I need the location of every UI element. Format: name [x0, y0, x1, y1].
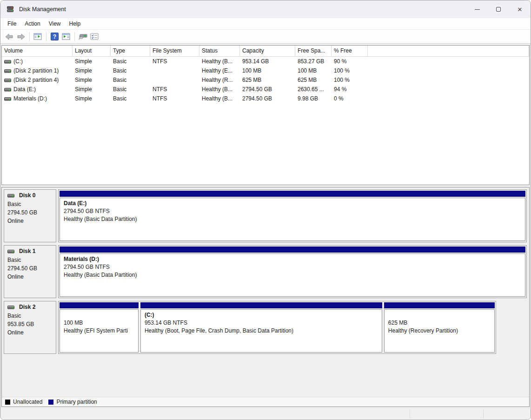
partition-health: Healthy (EFI System Parti: [64, 327, 134, 335]
disk-band: 100 MB Healthy (EFI System Parti (C:) 95…: [58, 301, 496, 354]
help-button[interactable]: ?: [49, 31, 60, 42]
column-header[interactable]: % Free: [332, 46, 368, 56]
forward-button[interactable]: [15, 31, 27, 42]
partition-segment[interactable]: Materials (D:) 2794.50 GB NTFS Healthy (…: [60, 247, 525, 297]
minimize-button[interactable]: [466, 0, 488, 18]
volume-list-header: VolumeLayoutTypeFile SystemStatusCapacit…: [2, 46, 529, 57]
partition-segment[interactable]: 100 MB Healthy (EFI System Parti: [60, 302, 139, 353]
maximize-button[interactable]: [488, 0, 509, 18]
volume-filesystem: NTFS: [153, 58, 167, 65]
graphical-view-pane: Disk 0 Basic 2794.50 GB Online Data (E:)…: [1, 187, 530, 407]
svg-text:?: ?: [53, 33, 56, 40]
partition-health: Healthy (Boot, Page File, Crash Dump, Ba…: [145, 327, 378, 335]
disk-type: Basic: [7, 200, 54, 208]
volume-layout: Simple: [75, 95, 92, 102]
volume-drive-icon: [4, 69, 11, 73]
partition-box[interactable]: (C:) 953.14 GB NTFS Healthy (Boot, Page …: [140, 309, 382, 353]
close-button[interactable]: ✕: [509, 0, 531, 18]
volume-free-space: 853.27 GB: [298, 58, 324, 65]
volume-free-space: 625 MB: [298, 77, 317, 83]
checklist-button[interactable]: [89, 31, 100, 42]
menu-item-file[interactable]: File: [3, 19, 20, 28]
column-header[interactable]: Capacity: [240, 46, 295, 56]
disk-info-panel[interactable]: Disk 0 Basic 2794.50 GB Online: [4, 189, 56, 242]
disk-band-area: Data (E:) 2794.50 GB NTFS Healthy (Basic…: [58, 189, 527, 242]
volume-row[interactable]: (C:) Simple Basic NTFS Healthy (B... 953…: [2, 57, 529, 66]
legend-bar: Unallocated Primary partition: [2, 397, 529, 407]
status-bar-separator: [483, 410, 484, 418]
partition-health: Healthy (Basic Data Partition): [64, 271, 521, 279]
disk-status: Online: [7, 217, 54, 225]
column-header[interactable]: Volume: [2, 46, 73, 56]
menu-item-help[interactable]: Help: [65, 19, 85, 28]
column-header[interactable]: Type: [111, 46, 150, 56]
toolbar-separator: [29, 32, 30, 41]
partition-color-bar: [384, 302, 495, 308]
column-header[interactable]: Status: [199, 46, 240, 56]
disk-name: Disk 0: [19, 192, 35, 199]
help-icon: ?: [51, 33, 59, 40]
volume-capacity: 100 MB: [242, 67, 261, 74]
disk-management-app-icon: [7, 6, 15, 13]
volume-name: Materials (D:): [13, 95, 47, 102]
volume-percent-free: 100 %: [334, 67, 350, 74]
partition-box[interactable]: Materials (D:) 2794.50 GB NTFS Healthy (…: [60, 253, 525, 297]
partition-segment[interactable]: 625 MB Healthy (Recovery Partition): [384, 302, 495, 353]
show-console-tree-button[interactable]: [32, 31, 43, 42]
partition-segment[interactable]: Data (E:) 2794.50 GB NTFS Healthy (Basic…: [60, 191, 525, 241]
disk-row: Disk 1 Basic 2794.50 GB Online Materials…: [4, 245, 527, 298]
disk-band: Materials (D:) 2794.50 GB NTFS Healthy (…: [58, 245, 527, 298]
volume-status: Healthy (E...: [202, 67, 232, 74]
disk-status: Online: [7, 328, 54, 337]
volume-layout: Simple: [75, 86, 92, 93]
partition-size: 2794.50 GB NTFS: [64, 207, 521, 215]
partition-box[interactable]: Data (E:) 2794.50 GB NTFS Healthy (Basic…: [60, 198, 525, 241]
column-header[interactable]: File System: [150, 46, 199, 56]
show-action-pane-icon: [62, 33, 70, 40]
legend-swatch: [5, 400, 10, 405]
show-action-pane-button[interactable]: [60, 31, 72, 42]
partition-segment[interactable]: (C:) 953.14 GB NTFS Healthy (Boot, Page …: [140, 302, 382, 353]
volume-status: Healthy (B...: [202, 95, 232, 102]
volume-name: (C:): [13, 58, 23, 65]
disk-drive-icon: [7, 249, 14, 253]
volume-name: (Disk 2 partition 1): [13, 67, 59, 74]
disk-row: Disk 2 Basic 953.85 GB Online 100 MB Hea…: [4, 301, 527, 354]
partition-box[interactable]: 625 MB Healthy (Recovery Partition): [384, 309, 495, 353]
drive-magnifier-icon: [78, 33, 87, 40]
checklist-icon: [90, 33, 99, 40]
volume-percent-free: 94 %: [334, 86, 346, 93]
back-button[interactable]: [4, 31, 15, 42]
volume-drive-icon: [4, 78, 11, 82]
window-title: Disk Management: [19, 6, 66, 13]
column-header[interactable]: Free Spa...: [295, 46, 332, 56]
volume-row[interactable]: Data (E:) Simple Basic NTFS Healthy (B..…: [2, 85, 529, 94]
disk-type: Basic: [7, 312, 54, 320]
partition-box[interactable]: 100 MB Healthy (EFI System Parti: [60, 309, 139, 353]
column-header[interactable]: Layout: [73, 46, 111, 56]
disk-name: Disk 1: [19, 248, 35, 254]
drive-magnifier-button[interactable]: [77, 31, 88, 42]
partition-name: Materials (D:): [64, 255, 521, 263]
disk-drive-icon: [7, 193, 14, 198]
disk-band-area: 100 MB Healthy (EFI System Parti (C:) 95…: [58, 301, 527, 354]
volume-row[interactable]: Materials (D:) Simple Basic NTFS Healthy…: [2, 94, 529, 103]
disk-drive-icon: [7, 305, 14, 309]
disk-info-panel[interactable]: Disk 1 Basic 2794.50 GB Online: [4, 245, 56, 298]
menu-bar: FileActionViewHelp: [0, 18, 531, 30]
toolbar: ?: [0, 30, 531, 44]
disk-info-panel[interactable]: Disk 2 Basic 953.85 GB Online: [4, 301, 56, 354]
disk-size: 953.85 GB: [7, 320, 54, 328]
legend-item: Primary partition: [48, 399, 97, 405]
partition-size: 625 MB: [388, 319, 491, 327]
menu-item-view[interactable]: View: [45, 19, 65, 28]
volume-row[interactable]: (Disk 2 partition 4) Simple Basic Health…: [2, 75, 529, 85]
volume-row[interactable]: (Disk 2 partition 1) Simple Basic Health…: [2, 66, 529, 75]
status-bar-separator: [410, 410, 410, 418]
status-bar: [1, 407, 530, 420]
disk-rows-container: Disk 0 Basic 2794.50 GB Online Data (E:)…: [2, 187, 529, 397]
volume-percent-free: 0 %: [334, 95, 344, 102]
legend-item: Unallocated: [5, 399, 42, 405]
title-bar: Disk Management ✕: [0, 0, 531, 18]
menu-item-action[interactable]: Action: [20, 19, 44, 28]
